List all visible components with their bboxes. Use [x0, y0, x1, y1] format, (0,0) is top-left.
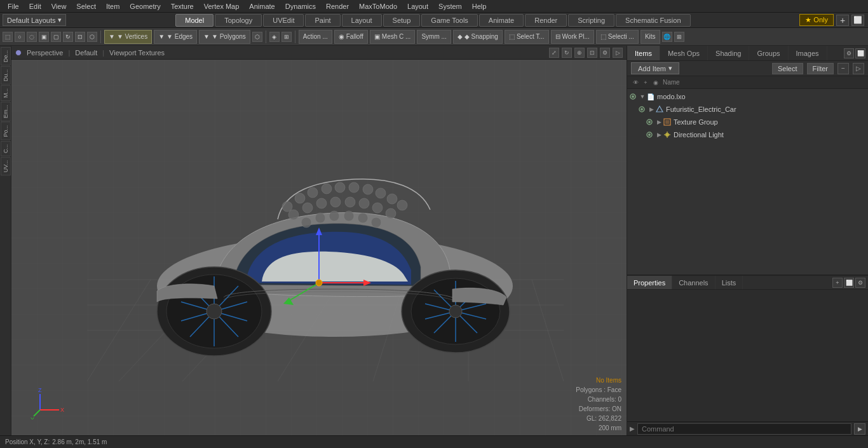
menu-select[interactable]: Select: [71, 0, 101, 12]
visibility-toggle[interactable]: [645, 118, 654, 126]
menu-item[interactable]: Item: [101, 0, 125, 12]
tab-lists[interactable]: Lists: [715, 276, 743, 289]
command-input[interactable]: [637, 423, 851, 435]
menu-render[interactable]: Render: [321, 0, 354, 12]
prop-expand-icon[interactable]: ⬜: [844, 278, 854, 288]
vertices-button[interactable]: ▼ ▼ Vertices: [104, 30, 152, 44]
left-tab-de[interactable]: De...: [1, 47, 11, 65]
toolbar-select-icon[interactable]: ⬚: [3, 32, 13, 42]
viewport-canvas[interactable]: Z X Y No Items Polygons : Face Channels:…: [11, 60, 627, 435]
viewport-dot[interactable]: [15, 50, 22, 56]
tab-game-tools[interactable]: Game Tools: [421, 14, 478, 27]
menu-help[interactable]: Help: [467, 0, 492, 12]
menu-vertex-map[interactable]: Vertex Map: [199, 0, 245, 12]
viewport-rotate-icon[interactable]: ↻: [562, 48, 572, 58]
menu-animate[interactable]: Animate: [244, 0, 280, 12]
tab-schematic-fusion[interactable]: Schematic Fusion: [616, 14, 690, 27]
menu-texture[interactable]: Texture: [166, 0, 199, 12]
tab-channels[interactable]: Channels: [672, 276, 715, 289]
selecti-button[interactable]: ⬚ Selecti ...: [596, 30, 639, 44]
tab-animate[interactable]: Animate: [479, 14, 524, 27]
left-tab-pol[interactable]: Po...: [1, 122, 11, 140]
tab-scripting[interactable]: Scripting: [568, 14, 614, 27]
menu-system[interactable]: System: [433, 0, 467, 12]
viewport-textures-label[interactable]: Viewport Textures: [109, 49, 165, 57]
tab-mesh-ops[interactable]: Mesh Ops: [660, 46, 708, 60]
left-tab-em[interactable]: Em...: [1, 102, 11, 121]
tab-uvedit[interactable]: UVEdit: [263, 14, 304, 27]
polygon-type-icon[interactable]: ⬡: [252, 32, 262, 42]
snap-icon[interactable]: ◈: [269, 32, 280, 42]
toolbar-ref-icon[interactable]: ⊡: [75, 32, 85, 42]
tab-groups[interactable]: Groups: [749, 46, 788, 60]
default-label[interactable]: Default: [75, 49, 97, 57]
layout-dropdown[interactable]: Default Layouts ▾: [3, 14, 66, 26]
menu-edit[interactable]: Edit: [24, 0, 46, 12]
left-tab-c[interactable]: C...: [1, 141, 11, 156]
prop-plus-button[interactable]: +: [832, 278, 843, 288]
tab-model[interactable]: Model: [175, 14, 214, 27]
work-pl-button[interactable]: ⊟ Work Pl...: [551, 30, 594, 44]
menu-view[interactable]: View: [46, 0, 72, 12]
select-t-button[interactable]: ⬚ Select T...: [505, 30, 549, 44]
menu-file[interactable]: File: [3, 0, 24, 12]
expand-icon[interactable]: ▶: [655, 131, 663, 139]
panel-arrow-icon[interactable]: ▷: [853, 63, 864, 74]
toolbar-lasso-icon[interactable]: ◌: [27, 32, 37, 42]
menu-layout[interactable]: Layout: [402, 0, 433, 12]
viewport-fit-icon[interactable]: ⊡: [587, 48, 597, 58]
list-item[interactable]: ▶ Futuristic_Electric_Car: [627, 103, 868, 116]
symm-button[interactable]: Symm ...: [417, 30, 451, 44]
prop-settings-icon[interactable]: ⚙: [855, 278, 865, 288]
list-item[interactable]: ▶ Texture Group: [627, 116, 868, 128]
viewport-zoom-icon[interactable]: ⊕: [574, 48, 585, 58]
polygons-button[interactable]: ▼ ▼ Polygons: [199, 30, 250, 44]
tab-layout[interactable]: Layout: [342, 14, 382, 27]
fullscreen-icon[interactable]: ⊞: [674, 32, 684, 42]
select-button[interactable]: Select: [772, 63, 803, 74]
panel-expand-icon[interactable]: ⬜: [855, 48, 865, 58]
left-tab-dup[interactable]: Du...: [1, 66, 11, 85]
action-button[interactable]: Action ...: [299, 30, 332, 44]
snapping-button[interactable]: ◆ ◆ Snapping: [453, 30, 503, 44]
menu-geometry[interactable]: Geometry: [125, 0, 165, 12]
visibility-toggle[interactable]: [637, 105, 646, 114]
visibility-toggle[interactable]: [645, 130, 654, 139]
expand-icon[interactable]: ▶: [655, 118, 663, 126]
toolbar-paint-icon[interactable]: ▣: [39, 32, 49, 42]
add-item-button[interactable]: Add Item ▾: [631, 62, 679, 74]
grid-icon[interactable]: ⊞: [281, 32, 292, 42]
eye-header-icon[interactable]: 👁: [631, 78, 640, 87]
tab-shading[interactable]: Shading: [708, 46, 749, 60]
tab-properties[interactable]: Properties: [627, 276, 672, 289]
maximize-icon[interactable]: ⬜: [851, 15, 864, 26]
add-layout-button[interactable]: +: [836, 15, 849, 26]
tab-topology[interactable]: Topology: [215, 14, 262, 27]
tab-images[interactable]: Images: [789, 46, 827, 60]
tab-setup[interactable]: Setup: [383, 14, 421, 27]
global-icon[interactable]: 🌐: [662, 32, 672, 42]
perspective-label[interactable]: Perspective: [27, 49, 63, 57]
filter-button[interactable]: Filter: [807, 63, 834, 74]
expand-icon[interactable]: ▶: [648, 105, 655, 113]
render-header-icon[interactable]: ◉: [651, 78, 660, 87]
list-item[interactable]: ▶ Directional Light: [627, 128, 868, 141]
falloff-button[interactable]: ◉ Falloff: [334, 30, 368, 44]
mesh-c-button[interactable]: ▣ Mesh C ...: [370, 30, 416, 44]
viewport-expand-icon[interactable]: ▷: [613, 48, 623, 58]
tab-paint[interactable]: Paint: [305, 14, 340, 27]
left-tab-uv[interactable]: UV...: [1, 157, 11, 175]
panel-minus-icon[interactable]: −: [837, 63, 849, 74]
toolbar-rect-icon[interactable]: ▢: [51, 32, 61, 42]
toolbar-rotate-icon[interactable]: ↻: [63, 32, 73, 42]
lock-header-icon[interactable]: +: [641, 78, 650, 87]
edges-button[interactable]: ▼ ▼ Edges: [154, 30, 197, 44]
toolbar-shield-icon[interactable]: ⬡: [87, 32, 97, 42]
star-only-button[interactable]: ★ Only: [799, 14, 834, 26]
visibility-toggle[interactable]: [628, 92, 637, 101]
menu-dynamics[interactable]: Dynamics: [280, 0, 321, 12]
tab-render[interactable]: Render: [525, 14, 567, 27]
list-item[interactable]: ▼ 📄 modo.lxo: [627, 90, 868, 103]
menu-maxtomodo[interactable]: MaxToModo: [354, 0, 402, 12]
left-tab-m[interactable]: M...: [1, 85, 11, 101]
